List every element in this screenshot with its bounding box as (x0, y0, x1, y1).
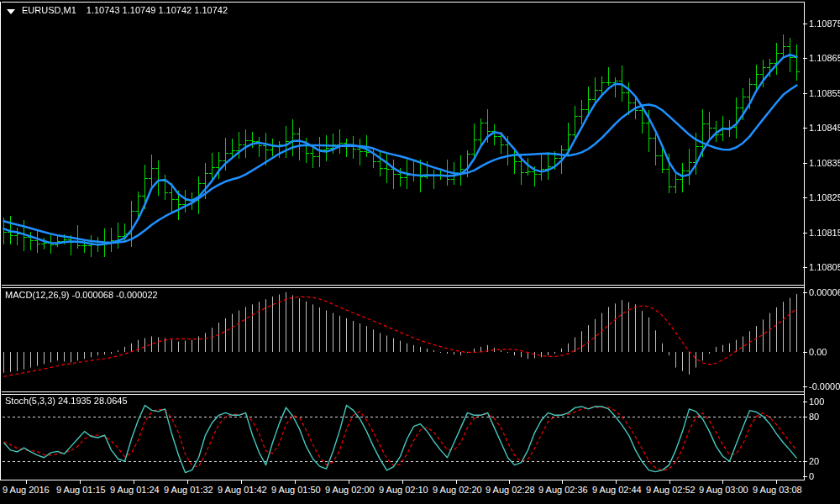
macd-axis-label: 0.00 (809, 347, 827, 357)
panel-separator[interactable] (2, 285, 804, 286)
price-axis-label: 1.10865 (809, 53, 840, 63)
price-axis-tick (803, 163, 807, 164)
chart-top-border (2, 2, 804, 3)
price-axis-label: 1.10845 (809, 123, 840, 133)
macd-axis-label: -0.000048 (809, 381, 840, 391)
time-axis-tick (402, 480, 403, 484)
time-axis-label: 9 Aug 01:50 (271, 485, 321, 495)
symbol-dropdown-icon[interactable] (7, 9, 15, 14)
stoch-axis-label: 100 (809, 396, 824, 407)
stoch-axis-tick (803, 417, 807, 417)
time-axis-tick (80, 480, 81, 484)
macd-axis-tick (803, 386, 807, 387)
time-axis-tick (722, 480, 723, 484)
time-axis-label: 9 Aug 02:00 (325, 485, 375, 495)
chart-title: EURUSD,M1 1.10743 1.10749 1.10742 1.1074… (7, 5, 228, 16)
time-axis-tick (26, 480, 27, 484)
time-axis-label: 9 Aug 02:10 (379, 485, 428, 495)
time-axis-label: 9 Aug 01:32 (164, 485, 213, 495)
panel-separator[interactable] (2, 287, 804, 288)
time-axis-label: 9 Aug 02:44 (592, 485, 642, 495)
price-axis-tick (803, 128, 807, 129)
price-chart-canvas[interactable] (3, 3, 804, 285)
time-axis-tick (134, 480, 134, 484)
time-axis-label: 9 Aug 02:52 (646, 485, 696, 495)
time-axis-label: 9 Aug 02:28 (486, 485, 535, 495)
time-axis-tick (187, 480, 188, 484)
macd-axis-tick (803, 352, 807, 353)
time-axis-tick (456, 480, 457, 484)
stoch-panel-canvas[interactable] (3, 395, 804, 480)
price-axis-label: 1.10855 (809, 88, 840, 98)
time-axis-tick (509, 480, 510, 484)
chart-window: EURUSD,M1 1.10743 1.10749 1.10742 1.1074… (0, 0, 840, 504)
time-axis-label: 9 Aug 01:15 (56, 485, 106, 495)
price-axis-label: 1.10815 (809, 228, 840, 238)
price-axis-tick (803, 58, 807, 59)
macd-axis-tick (803, 292, 807, 293)
stoch-axis-tick (803, 476, 807, 477)
price-axis-label: 1.10805 (809, 262, 840, 272)
time-axis-label: 9 Aug 02:36 (538, 485, 588, 495)
macd-axis-label: 0.000069 (809, 287, 840, 297)
chart-symbol-title: EURUSD,M1 (22, 5, 76, 16)
stoch-axis-tick (803, 461, 807, 462)
time-axis-tick (295, 480, 296, 484)
time-axis-tick (349, 480, 349, 484)
macd-panel-canvas[interactable] (3, 288, 804, 391)
price-axis-label: 1.10825 (809, 192, 840, 202)
stoch-axis-label: 20 (809, 456, 819, 466)
price-axis-tick (803, 233, 807, 234)
stoch-axis-tick (803, 402, 807, 402)
price-axis-label: 1.10835 (809, 158, 840, 168)
time-axis-label: 9 Aug 2016 (3, 485, 50, 495)
time-axis-tick (776, 480, 777, 484)
stoch-axis-label: 0 (809, 471, 814, 481)
chart-left-border (0, 2, 1, 480)
price-axis-tick (803, 93, 807, 94)
time-axis-tick (562, 480, 563, 484)
time-axis-label: 9 Aug 02:20 (433, 485, 482, 495)
macd-label: MACD(12,26,9) -0.000068 -0.000022 (5, 290, 158, 301)
chart-ohlc-values: 1.10743 1.10749 1.10742 1.10742 (87, 5, 228, 16)
price-axis-tick (803, 267, 807, 268)
panel-separator[interactable] (2, 394, 804, 395)
time-axis-tick (241, 480, 242, 484)
stoch-label: Stoch(5,3,3) 24.1935 28.0645 (5, 396, 128, 407)
price-axis-tick (803, 197, 807, 198)
price-axis-tick (803, 24, 807, 24)
time-axis-label: 9 Aug 01:42 (218, 485, 267, 495)
time-axis-tick (616, 480, 617, 484)
price-axis-line (804, 2, 805, 480)
stoch-axis-label: 80 (809, 412, 819, 422)
time-axis-label: 9 Aug 01:24 (110, 485, 160, 495)
panel-separator[interactable] (2, 391, 804, 392)
time-axis-label: 9 Aug 03:00 (699, 485, 748, 495)
price-axis-label: 1.10875 (809, 18, 840, 29)
time-axis-tick (669, 480, 670, 484)
time-axis-label: 9 Aug 03:08 (753, 485, 802, 495)
